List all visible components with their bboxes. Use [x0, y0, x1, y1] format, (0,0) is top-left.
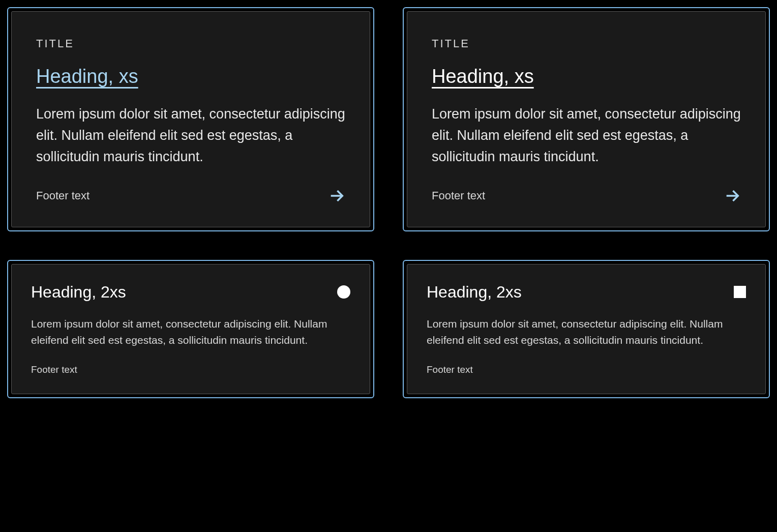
- card-body-text: Lorem ipsum dolor sit amet, consectetur …: [31, 316, 350, 349]
- card-heading: Heading, 2xs: [427, 283, 522, 302]
- card-selection-outline[interactable]: Heading, 2xs Lorem ipsum dolor sit amet,…: [403, 260, 770, 398]
- card-selection-outline[interactable]: Heading, 2xs Lorem ipsum dolor sit amet,…: [7, 260, 374, 398]
- card-heading-row: Heading, 2xs: [31, 283, 350, 302]
- card-title-label: TITLE: [36, 37, 345, 50]
- card-heading-link[interactable]: Heading, xs: [36, 66, 138, 87]
- card-footer-text: Footer text: [31, 364, 77, 375]
- card-grid: TITLE Heading, xs Lorem ipsum dolor sit …: [7, 7, 770, 398]
- card-footer-text: Footer text: [432, 189, 485, 202]
- arrow-right-icon[interactable]: [328, 187, 345, 204]
- card-small-circle: Heading, 2xs Lorem ipsum dolor sit amet,…: [11, 264, 370, 394]
- card-title-label: TITLE: [432, 37, 741, 50]
- card-body-text: Lorem ipsum dolor sit amet, consectetur …: [427, 316, 746, 349]
- card-body-text: Lorem ipsum dolor sit amet, consectetur …: [36, 104, 345, 168]
- card-large-white: TITLE Heading, xs Lorem ipsum dolor sit …: [407, 11, 766, 227]
- card-footer: Footer text: [432, 187, 741, 204]
- card-selection-outline[interactable]: TITLE Heading, xs Lorem ipsum dolor sit …: [403, 7, 770, 231]
- card-small-square: Heading, 2xs Lorem ipsum dolor sit amet,…: [407, 264, 766, 394]
- arrow-right-icon[interactable]: [724, 187, 741, 204]
- card-footer-text: Footer text: [36, 189, 89, 202]
- card-large-accent: TITLE Heading, xs Lorem ipsum dolor sit …: [11, 11, 370, 227]
- card-footer: Footer text: [36, 187, 345, 204]
- card-heading-row: Heading, 2xs: [427, 283, 746, 302]
- card-heading-link[interactable]: Heading, xs: [432, 66, 534, 87]
- card-body-text: Lorem ipsum dolor sit amet, consectetur …: [432, 104, 741, 168]
- card-heading: Heading, 2xs: [31, 283, 126, 302]
- circle-icon: [337, 285, 350, 299]
- card-footer-text: Footer text: [427, 364, 473, 375]
- square-icon: [734, 286, 746, 298]
- card-footer: Footer text: [427, 364, 746, 375]
- card-footer: Footer text: [31, 364, 350, 375]
- card-selection-outline[interactable]: TITLE Heading, xs Lorem ipsum dolor sit …: [7, 7, 374, 231]
